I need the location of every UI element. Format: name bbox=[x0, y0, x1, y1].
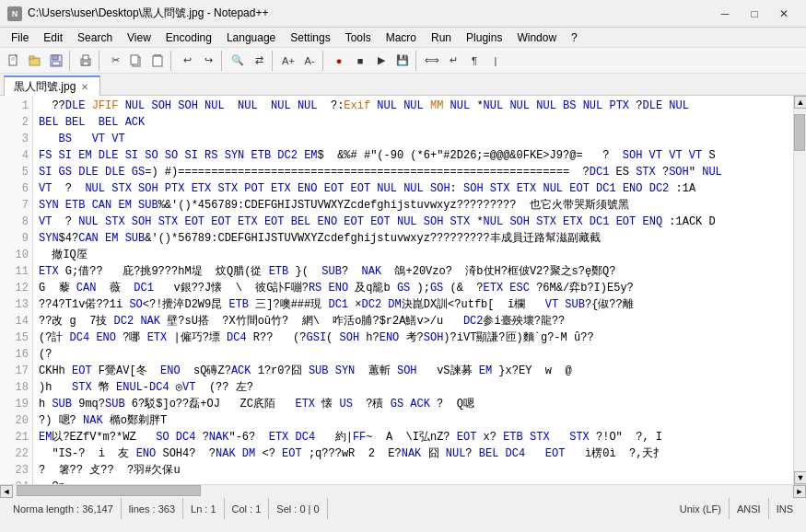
status-ins: INS bbox=[769, 498, 800, 519]
line-number: 10 bbox=[0, 247, 29, 263]
line-content: ?) 嗯? NAK 橢o鄭剃胖T bbox=[39, 412, 788, 429]
line-content: ??DLE JFIF NUL SOH SOH NUL NUL NUL NUL ?… bbox=[39, 98, 788, 114]
cut-button[interactable]: ✂ bbox=[105, 51, 125, 71]
line-content: VT ? NUL STX SOH PTX ETX STX POT ETX ENO… bbox=[39, 180, 788, 197]
line-number: 9 bbox=[0, 230, 29, 247]
line-number: 4 bbox=[0, 147, 29, 164]
scroll-track bbox=[13, 485, 793, 498]
macro-record-button[interactable]: ● bbox=[329, 51, 349, 71]
line-content: SI GS DLE DLE GS=) #)===================… bbox=[39, 164, 788, 180]
zoom-in-button[interactable]: A+ bbox=[278, 51, 298, 71]
toolbar-sep-5 bbox=[272, 51, 275, 71]
sync-scroll-button[interactable]: ⟺ bbox=[422, 51, 442, 71]
menu-item-macro[interactable]: Macro bbox=[379, 29, 424, 46]
vertical-scrollbar[interactable]: ▲ ▼ bbox=[793, 96, 806, 484]
menu-item-language[interactable]: Language bbox=[219, 29, 283, 46]
menu-item-search[interactable]: Search bbox=[70, 29, 120, 46]
save-button[interactable] bbox=[46, 51, 66, 71]
line-number: 7 bbox=[0, 197, 29, 214]
line-content: BEL BEL BEL ACK bbox=[39, 114, 788, 131]
undo-button[interactable]: ↩ bbox=[177, 51, 197, 71]
zoom-out-button[interactable]: A- bbox=[299, 51, 320, 71]
new-button[interactable] bbox=[4, 51, 24, 71]
line-content: CKHh EOT F覮AV[冬 ENO sQ磚Z?ACK 1?r0?囧 SUB … bbox=[39, 363, 788, 379]
app-icon: N bbox=[7, 6, 22, 21]
line-content: VT ? NUL STX SOH STX EOT EOT ETX EOT BEL… bbox=[39, 214, 788, 230]
replace-button[interactable]: ⇄ bbox=[249, 51, 269, 71]
find-button[interactable]: 🔍 bbox=[228, 51, 248, 71]
line-number: 19 bbox=[0, 396, 29, 412]
menu-item-run[interactable]: Run bbox=[424, 29, 459, 46]
menu-item-plugins[interactable]: Plugins bbox=[459, 29, 509, 46]
status-unix: Unix (LF) bbox=[672, 498, 730, 519]
menu-bar: FileEditSearchViewEncodingLanguageSettin… bbox=[0, 28, 806, 48]
all-chars-button[interactable]: ¶ bbox=[464, 51, 485, 71]
line-number: 12 bbox=[0, 280, 29, 296]
scroll-up-button[interactable]: ▲ bbox=[794, 96, 806, 109]
macro-play-button[interactable]: ▶ bbox=[371, 51, 391, 71]
h-scroll-thumb[interactable] bbox=[17, 485, 201, 496]
menu-item-encoding[interactable]: Encoding bbox=[158, 29, 219, 46]
line-numbers: 1234567891011121314151617181920212223242… bbox=[0, 96, 33, 484]
line-content: ETX G;借?? 庇?挑9???hM堤 炆Q腊(從 ETB }( SUB? N… bbox=[39, 263, 788, 280]
macro-stop-button[interactable]: ■ bbox=[350, 51, 370, 71]
menu-item-window[interactable]: Window bbox=[509, 29, 564, 46]
tab-close-button[interactable]: ✕ bbox=[79, 82, 90, 92]
svg-rect-12 bbox=[131, 55, 138, 64]
toolbar-sep-4 bbox=[221, 51, 225, 71]
menu-item-?[interactable]: ? bbox=[564, 29, 585, 46]
toolbar-sep-2 bbox=[99, 51, 102, 71]
status-bar: Norma length : 36,147 lines : 363 Ln : 1… bbox=[0, 497, 806, 519]
line-number: 13 bbox=[0, 296, 29, 313]
line-number: 14 bbox=[0, 313, 29, 330]
maximize-button[interactable]: □ bbox=[740, 3, 769, 25]
menu-item-view[interactable]: View bbox=[120, 29, 158, 46]
line-number: 11 bbox=[0, 263, 29, 280]
line-number: 17 bbox=[0, 363, 29, 379]
line-content: ? 箸?? 攴?? ?羽#欠保u bbox=[39, 462, 788, 479]
menu-item-edit[interactable]: Edit bbox=[36, 29, 70, 46]
line-content: FS SI EM DLE SI SO SO SI RS SYN ETB DC2 … bbox=[39, 147, 788, 164]
svg-rect-9 bbox=[83, 55, 88, 60]
line-content: ?n bbox=[39, 479, 788, 484]
copy-button[interactable] bbox=[126, 51, 146, 71]
indent-guide-button[interactable]: | bbox=[485, 51, 506, 71]
line-number: 2 bbox=[0, 114, 29, 131]
macro-save-button[interactable]: 💾 bbox=[392, 51, 413, 71]
line-number: 21 bbox=[0, 429, 29, 445]
scroll-right-button[interactable]: ► bbox=[793, 485, 806, 498]
menu-item-settings[interactable]: Settings bbox=[283, 29, 337, 46]
menu-item-file[interactable]: File bbox=[4, 29, 36, 46]
tab-filename: 黒人問號.jpg bbox=[14, 79, 76, 95]
minimize-button[interactable]: ─ bbox=[710, 3, 740, 25]
active-tab[interactable]: 黒人問號.jpg ✕ bbox=[4, 75, 100, 96]
toolbar: ✂ ↩ ↪ 🔍 ⇄ A+ A- ● ■ ▶ 💾 ⟺ ↵ ¶ | bbox=[0, 48, 806, 74]
line-content: SYN$4?CAN EM SUB&'()*56789:CDEFGHIJSTUVW… bbox=[39, 230, 788, 247]
editor-content[interactable]: ??DLE JFIF NUL SOH SOH NUL NUL NUL NUL ?… bbox=[33, 96, 793, 484]
scroll-down-button[interactable]: ▼ bbox=[794, 471, 806, 484]
status-lines: lines : 363 bbox=[122, 498, 183, 519]
status-sel: Sel : 0 | 0 bbox=[269, 498, 327, 519]
line-content: (?計 DC4 ENO ?哪 ETX |僱巧?墂 DC4 R?? (?GSI( … bbox=[39, 330, 788, 346]
redo-button[interactable]: ↪ bbox=[198, 51, 218, 71]
scroll-thumb[interactable] bbox=[794, 114, 805, 151]
line-content: "IS-? i 友 ENO SOH4? ?NAK DM <? EOT ;q???… bbox=[39, 445, 788, 462]
line-number: 1 bbox=[0, 98, 29, 114]
menu-item-tools[interactable]: Tools bbox=[338, 29, 379, 46]
status-encoding: ANSI bbox=[730, 498, 769, 519]
line-number: 3 bbox=[0, 131, 29, 147]
status-col: Col : 1 bbox=[225, 498, 270, 519]
paste-button[interactable] bbox=[147, 51, 168, 71]
line-content: )h STX 幣 ENUL-DC4 ◎VT (?? 左? bbox=[39, 379, 788, 396]
line-content: ??4?T1v偌??1i SO<?!攪淬D2W9昆 ETB 三]?噢###現 D… bbox=[39, 296, 788, 313]
wordwrap-button[interactable]: ↵ bbox=[443, 51, 463, 71]
open-button[interactable] bbox=[25, 51, 45, 71]
horizontal-scrollbar[interactable]: ◄ ► bbox=[0, 484, 806, 497]
scroll-left-button[interactable]: ◄ bbox=[0, 485, 13, 498]
line-content: SYN ETB CAN EM SUB%&'()*456789:CDEFGHIJS… bbox=[39, 197, 788, 214]
print-button[interactable] bbox=[76, 51, 96, 71]
close-button[interactable]: ✕ bbox=[769, 3, 799, 25]
svg-rect-10 bbox=[83, 62, 88, 65]
line-number: 8 bbox=[0, 214, 29, 230]
line-content: BS VT VT bbox=[39, 131, 788, 147]
